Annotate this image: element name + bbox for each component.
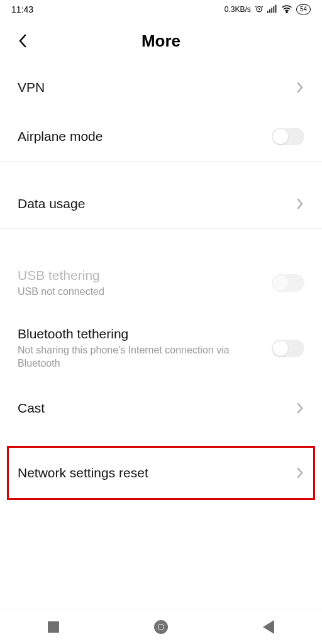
svg-rect-5 <box>275 4 277 13</box>
item-sublabel: Not sharing this phone's Internet connec… <box>18 344 244 370</box>
airplane-toggle[interactable] <box>272 128 304 145</box>
svg-rect-1 <box>267 11 269 13</box>
navigation-bar <box>0 609 322 644</box>
status-bar: 11:43 0.3KB/s 54 <box>0 0 322 19</box>
circle-icon <box>154 620 168 634</box>
svg-rect-4 <box>273 6 274 13</box>
item-data-usage[interactable]: Data usage <box>0 179 322 228</box>
settings-list: VPN Airplane mode Data usage USB tetheri… <box>0 63 322 507</box>
usb-tethering-toggle <box>272 274 304 292</box>
item-label: Airplane mode <box>18 129 103 144</box>
item-vpn[interactable]: VPN <box>0 63 322 112</box>
chevron-right-icon <box>296 466 304 480</box>
status-time: 11:43 <box>11 4 33 14</box>
chevron-right-icon <box>296 80 304 94</box>
nav-back-button[interactable] <box>263 620 274 634</box>
network-speed: 0.3KB/s <box>225 5 251 14</box>
item-airplane-mode[interactable]: Airplane mode <box>0 112 322 161</box>
item-label: Cast <box>18 401 45 416</box>
item-bluetooth-tethering[interactable]: Bluetooth tethering Not sharing this pho… <box>0 313 322 384</box>
item-label: Network settings reset <box>18 465 148 480</box>
svg-rect-3 <box>271 8 272 13</box>
back-button[interactable] <box>14 32 31 50</box>
nav-home-button[interactable] <box>154 620 168 634</box>
svg-rect-2 <box>269 9 270 13</box>
svg-point-6 <box>286 11 287 13</box>
item-label: USB tethering <box>18 268 104 283</box>
item-cast[interactable]: Cast <box>0 384 322 433</box>
page-title: More <box>142 31 180 51</box>
wifi-icon <box>281 4 292 15</box>
chevron-right-icon <box>296 197 304 211</box>
triangle-icon <box>263 620 274 634</box>
alarm-icon <box>255 4 264 15</box>
bluetooth-tethering-toggle[interactable] <box>272 340 304 357</box>
nav-recent-button[interactable] <box>48 621 59 633</box>
signal-icon <box>267 4 277 15</box>
item-label: VPN <box>18 80 45 95</box>
app-header: More <box>0 19 322 63</box>
status-right: 0.3KB/s 54 <box>225 4 311 15</box>
item-label: Bluetooth tethering <box>18 326 244 341</box>
chevron-right-icon <box>296 401 304 415</box>
battery-indicator: 54 <box>296 4 311 14</box>
item-label: Data usage <box>18 196 85 211</box>
item-network-settings-reset[interactable]: Network settings reset <box>0 439 322 507</box>
item-usb-tethering: USB tethering USB not connected <box>0 254 322 313</box>
item-sublabel: USB not connected <box>18 286 104 299</box>
square-icon <box>48 621 59 633</box>
